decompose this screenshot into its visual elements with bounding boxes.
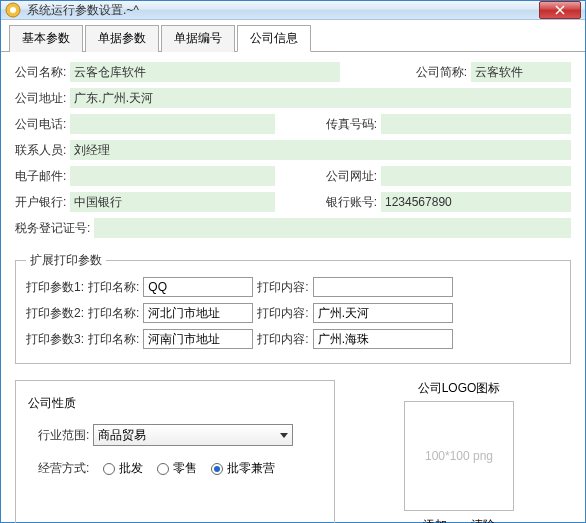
logo-placeholder: 100*100 png bbox=[425, 449, 493, 463]
app-icon bbox=[5, 2, 21, 18]
print-content-label: 打印内容: bbox=[257, 279, 308, 296]
svg-point-1 bbox=[10, 7, 16, 13]
company-phone-label: 公司电话: bbox=[15, 116, 66, 133]
company-short-label: 公司简称: bbox=[416, 64, 467, 81]
industry-label: 行业范围: bbox=[38, 427, 89, 444]
logo-box[interactable]: 100*100 png bbox=[404, 401, 514, 511]
print-name-input[interactable] bbox=[143, 303, 253, 323]
print-param-label: 打印参数2: bbox=[26, 305, 84, 322]
tax-reg-label: 税务登记证号: bbox=[15, 220, 90, 237]
industry-value: 商品贸易 bbox=[98, 427, 146, 444]
tabs: 基本参数 单据参数 单据编号 公司信息 bbox=[1, 20, 585, 52]
bank-acct-label: 银行账号: bbox=[326, 194, 377, 211]
print-params-legend: 扩展打印参数 bbox=[26, 252, 106, 269]
print-name-label: 打印名称: bbox=[88, 331, 139, 348]
company-phone-input[interactable] bbox=[70, 114, 275, 134]
print-content-input[interactable] bbox=[313, 303, 453, 323]
fax-label: 传真号码: bbox=[326, 116, 377, 133]
radio-icon bbox=[211, 463, 223, 475]
company-name-label: 公司名称: bbox=[15, 64, 66, 81]
content: 公司名称: 公司简称: 公司地址: 公司电话: 传真号码: 联系人员: 电子邮件… bbox=[1, 52, 585, 523]
tax-reg-input[interactable] bbox=[94, 218, 571, 238]
print-name-label: 打印名称: bbox=[88, 279, 139, 296]
print-content-input[interactable] bbox=[313, 277, 453, 297]
contact-label: 联系人员: bbox=[15, 142, 66, 159]
close-icon bbox=[555, 5, 565, 15]
mode-radio-1[interactable]: 零售 bbox=[157, 460, 197, 477]
print-name-input[interactable] bbox=[143, 277, 253, 297]
print-row: 打印参数2:打印名称:打印内容: bbox=[26, 303, 560, 323]
company-nature-group: 公司性质 行业范围: 商品贸易 经营方式: 批发零售批零兼营 bbox=[15, 380, 335, 523]
bank-input[interactable] bbox=[70, 192, 275, 212]
radio-label: 零售 bbox=[173, 460, 197, 477]
tab-company-info[interactable]: 公司信息 bbox=[237, 25, 311, 52]
print-name-label: 打印名称: bbox=[88, 305, 139, 322]
window-title: 系统运行参数设置.~^ bbox=[27, 2, 539, 19]
print-row: 打印参数1:打印名称:打印内容: bbox=[26, 277, 560, 297]
website-label: 公司网址: bbox=[326, 168, 377, 185]
titlebar: 系统运行参数设置.~^ bbox=[1, 1, 585, 20]
radio-label: 批零兼营 bbox=[227, 460, 275, 477]
company-short-input[interactable] bbox=[471, 62, 571, 82]
bank-acct-input[interactable] bbox=[381, 192, 571, 212]
bank-label: 开户银行: bbox=[15, 194, 66, 211]
print-content-label: 打印内容: bbox=[257, 305, 308, 322]
tab-doc-number[interactable]: 单据编号 bbox=[161, 25, 235, 52]
print-name-input[interactable] bbox=[143, 329, 253, 349]
contact-input[interactable] bbox=[70, 140, 571, 160]
company-addr-label: 公司地址: bbox=[15, 90, 66, 107]
radio-icon bbox=[157, 463, 169, 475]
company-name-input[interactable] bbox=[70, 62, 340, 82]
logo-clear-button[interactable]: 清除 bbox=[471, 517, 495, 523]
print-content-input[interactable] bbox=[313, 329, 453, 349]
mode-radio-2[interactable]: 批零兼营 bbox=[211, 460, 275, 477]
company-addr-input[interactable] bbox=[70, 88, 571, 108]
print-param-label: 打印参数1: bbox=[26, 279, 84, 296]
website-input[interactable] bbox=[381, 166, 571, 186]
email-label: 电子邮件: bbox=[15, 168, 66, 185]
print-row: 打印参数3:打印名称:打印内容: bbox=[26, 329, 560, 349]
print-param-label: 打印参数3: bbox=[26, 331, 84, 348]
radio-icon bbox=[103, 463, 115, 475]
tab-doc-params[interactable]: 单据参数 bbox=[85, 25, 159, 52]
logo-title: 公司LOGO图标 bbox=[418, 380, 501, 397]
print-content-label: 打印内容: bbox=[257, 331, 308, 348]
logo-area: 公司LOGO图标 100*100 png 添加 清除 bbox=[347, 380, 571, 523]
tab-basic[interactable]: 基本参数 bbox=[9, 25, 83, 52]
mode-radio-0[interactable]: 批发 bbox=[103, 460, 143, 477]
company-nature-title: 公司性质 bbox=[28, 395, 322, 412]
logo-add-button[interactable]: 添加 bbox=[423, 517, 447, 523]
fax-input[interactable] bbox=[381, 114, 571, 134]
print-params-group: 扩展打印参数 打印参数1:打印名称:打印内容:打印参数2:打印名称:打印内容:打… bbox=[15, 252, 571, 364]
mode-label: 经营方式: bbox=[38, 460, 89, 477]
window: 系统运行参数设置.~^ 基本参数 单据参数 单据编号 公司信息 公司名称: 公司… bbox=[0, 0, 586, 523]
email-input[interactable] bbox=[70, 166, 275, 186]
industry-select[interactable]: 商品贸易 bbox=[93, 424, 293, 446]
radio-label: 批发 bbox=[119, 460, 143, 477]
chevron-down-icon bbox=[280, 433, 288, 438]
close-button[interactable] bbox=[539, 1, 581, 19]
